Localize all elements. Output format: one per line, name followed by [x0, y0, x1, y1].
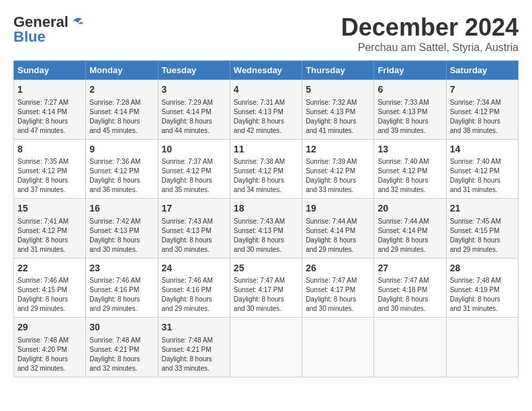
day-info: Sunrise: 7:46 AMSunset: 4:16 PMDaylight:…: [89, 276, 154, 314]
calendar-cell: [446, 318, 518, 377]
day-number: 4: [234, 83, 298, 97]
day-number: 11: [234, 143, 298, 156]
calendar-cell: 18Sunrise: 7:43 AMSunset: 4:13 PMDayligh…: [230, 199, 302, 259]
day-number: 10: [162, 143, 226, 156]
calendar-cell: 24Sunrise: 7:46 AMSunset: 4:16 PMDayligh…: [158, 258, 230, 318]
day-info: Sunrise: 7:41 AMSunset: 4:12 PMDaylight:…: [17, 217, 82, 255]
calendar-cell: 21Sunrise: 7:45 AMSunset: 4:15 PMDayligh…: [446, 199, 518, 259]
calendar-cell: 25Sunrise: 7:47 AMSunset: 4:17 PMDayligh…: [230, 258, 302, 318]
calendar-cell: 5Sunrise: 7:32 AMSunset: 4:13 PMDaylight…: [302, 80, 374, 140]
calendar-cell: 15Sunrise: 7:41 AMSunset: 4:12 PMDayligh…: [14, 199, 86, 259]
day-info: Sunrise: 7:28 AMSunset: 4:14 PMDaylight:…: [89, 98, 154, 136]
day-number: 3: [162, 83, 226, 97]
calendar-header-row: SundayMondayTuesdayWednesdayThursdayFrid…: [14, 61, 519, 80]
calendar-cell: 22Sunrise: 7:46 AMSunset: 4:15 PMDayligh…: [14, 258, 86, 318]
day-info: Sunrise: 7:46 AMSunset: 4:15 PMDaylight:…: [17, 276, 82, 314]
day-number: 23: [89, 262, 154, 275]
day-number: 18: [234, 202, 298, 216]
logo-bird-icon: [70, 16, 85, 28]
day-info: Sunrise: 7:27 AMSunset: 4:14 PMDaylight:…: [17, 98, 82, 136]
calendar-week-row: 22Sunrise: 7:46 AMSunset: 4:15 PMDayligh…: [14, 258, 519, 318]
day-number: 14: [450, 143, 515, 156]
calendar-cell: 31Sunrise: 7:48 AMSunset: 4:21 PMDayligh…: [158, 318, 230, 377]
calendar-cell: 12Sunrise: 7:39 AMSunset: 4:12 PMDayligh…: [302, 139, 374, 199]
day-number: 29: [17, 321, 82, 334]
day-number: 27: [378, 262, 442, 275]
day-info: Sunrise: 7:39 AMSunset: 4:12 PMDaylight:…: [306, 157, 370, 195]
day-info: Sunrise: 7:35 AMSunset: 4:12 PMDaylight:…: [17, 157, 82, 195]
calendar-week-row: 29Sunrise: 7:48 AMSunset: 4:20 PMDayligh…: [14, 318, 519, 377]
day-number: 16: [89, 202, 154, 216]
page-header: General Blue December 2024 Perchau am Sa…: [13, 13, 519, 54]
day-info: Sunrise: 7:48 AMSunset: 4:20 PMDaylight:…: [17, 336, 82, 373]
day-info: Sunrise: 7:29 AMSunset: 4:14 PMDaylight:…: [162, 98, 226, 136]
calendar-cell: 7Sunrise: 7:34 AMSunset: 4:12 PMDaylight…: [446, 80, 518, 140]
calendar-week-row: 1Sunrise: 7:27 AMSunset: 4:14 PMDaylight…: [14, 80, 519, 140]
day-info: Sunrise: 7:37 AMSunset: 4:12 PMDaylight:…: [162, 157, 226, 195]
day-number: 1: [17, 83, 82, 97]
weekday-header-saturday: Saturday: [446, 61, 518, 80]
month-title: December 2024: [341, 13, 519, 42]
calendar-cell: 28Sunrise: 7:48 AMSunset: 4:19 PMDayligh…: [446, 258, 518, 318]
day-number: 9: [89, 143, 154, 156]
day-info: Sunrise: 7:48 AMSunset: 4:19 PMDaylight:…: [450, 276, 515, 314]
day-info: Sunrise: 7:47 AMSunset: 4:17 PMDaylight:…: [306, 276, 370, 314]
day-number: 19: [306, 202, 370, 216]
day-info: Sunrise: 7:38 AMSunset: 4:12 PMDaylight:…: [234, 157, 298, 195]
calendar-cell: 4Sunrise: 7:31 AMSunset: 4:13 PMDaylight…: [230, 80, 302, 140]
day-info: Sunrise: 7:48 AMSunset: 4:21 PMDaylight:…: [89, 336, 154, 373]
calendar-title-area: December 2024 Perchau am Sattel, Styria,…: [341, 13, 519, 54]
calendar-cell: [302, 318, 374, 377]
calendar-cell: 27Sunrise: 7:47 AMSunset: 4:18 PMDayligh…: [374, 258, 446, 318]
calendar-cell: 14Sunrise: 7:40 AMSunset: 4:12 PMDayligh…: [446, 139, 518, 199]
calendar-cell: 13Sunrise: 7:40 AMSunset: 4:12 PMDayligh…: [374, 139, 446, 199]
day-number: 8: [17, 143, 82, 156]
day-number: 21: [450, 202, 515, 216]
day-number: 22: [17, 262, 82, 275]
day-info: Sunrise: 7:44 AMSunset: 4:14 PMDaylight:…: [306, 217, 370, 255]
day-number: 13: [378, 143, 442, 156]
day-number: 12: [306, 143, 370, 156]
day-number: 30: [89, 321, 154, 334]
calendar-cell: 16Sunrise: 7:42 AMSunset: 4:13 PMDayligh…: [86, 199, 158, 259]
day-info: Sunrise: 7:48 AMSunset: 4:21 PMDaylight:…: [162, 336, 226, 373]
calendar-cell: [230, 318, 302, 377]
calendar-cell: 2Sunrise: 7:28 AMSunset: 4:14 PMDaylight…: [86, 80, 158, 140]
calendar-table: SundayMondayTuesdayWednesdayThursdayFrid…: [13, 60, 519, 377]
calendar-cell: 23Sunrise: 7:46 AMSunset: 4:16 PMDayligh…: [86, 258, 158, 318]
weekday-header-monday: Monday: [86, 61, 158, 80]
day-number: 26: [306, 262, 370, 275]
day-info: Sunrise: 7:33 AMSunset: 4:13 PMDaylight:…: [378, 98, 442, 136]
day-info: Sunrise: 7:40 AMSunset: 4:12 PMDaylight:…: [450, 157, 515, 195]
day-number: 24: [162, 262, 226, 275]
calendar-cell: 11Sunrise: 7:38 AMSunset: 4:12 PMDayligh…: [230, 139, 302, 199]
calendar-cell: [374, 318, 446, 377]
weekday-header-tuesday: Tuesday: [158, 61, 230, 80]
day-number: 17: [162, 202, 226, 216]
logo: General Blue: [13, 13, 85, 46]
weekday-header-wednesday: Wednesday: [230, 61, 302, 80]
day-number: 15: [17, 202, 82, 216]
day-info: Sunrise: 7:34 AMSunset: 4:12 PMDaylight:…: [450, 98, 515, 136]
day-number: 28: [450, 262, 515, 275]
calendar-cell: 9Sunrise: 7:36 AMSunset: 4:12 PMDaylight…: [86, 139, 158, 199]
calendar-cell: 10Sunrise: 7:37 AMSunset: 4:12 PMDayligh…: [158, 139, 230, 199]
day-number: 7: [450, 83, 515, 97]
calendar-cell: 6Sunrise: 7:33 AMSunset: 4:13 PMDaylight…: [374, 80, 446, 140]
day-number: 6: [378, 83, 442, 97]
day-info: Sunrise: 7:31 AMSunset: 4:13 PMDaylight:…: [234, 98, 298, 136]
day-number: 2: [89, 83, 154, 97]
day-info: Sunrise: 7:43 AMSunset: 4:13 PMDaylight:…: [234, 217, 298, 255]
weekday-header-sunday: Sunday: [14, 61, 86, 80]
day-info: Sunrise: 7:42 AMSunset: 4:13 PMDaylight:…: [89, 217, 154, 255]
calendar-cell: 3Sunrise: 7:29 AMSunset: 4:14 PMDaylight…: [158, 80, 230, 140]
day-info: Sunrise: 7:44 AMSunset: 4:14 PMDaylight:…: [378, 217, 442, 255]
day-number: 5: [306, 83, 370, 97]
day-info: Sunrise: 7:47 AMSunset: 4:18 PMDaylight:…: [378, 276, 442, 314]
day-info: Sunrise: 7:45 AMSunset: 4:15 PMDaylight:…: [450, 217, 515, 255]
day-number: 20: [378, 202, 442, 216]
day-info: Sunrise: 7:36 AMSunset: 4:12 PMDaylight:…: [89, 157, 154, 195]
calendar-cell: 1Sunrise: 7:27 AMSunset: 4:14 PMDaylight…: [14, 80, 86, 140]
weekday-header-friday: Friday: [374, 61, 446, 80]
calendar-cell: 19Sunrise: 7:44 AMSunset: 4:14 PMDayligh…: [302, 199, 374, 259]
